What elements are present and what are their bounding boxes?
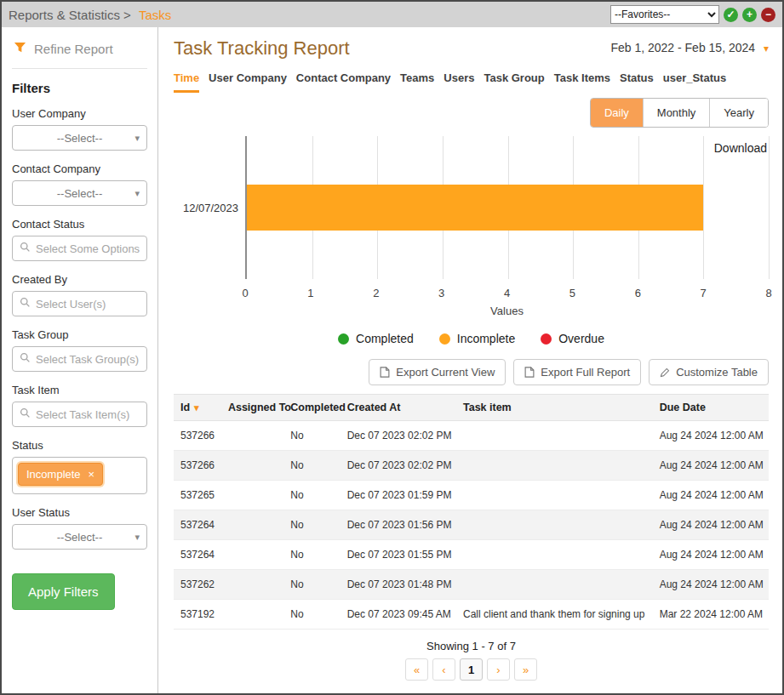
table-cell: Mar 22 2024 12:00 AM xyxy=(653,600,769,629)
column-header-id[interactable]: Id▾ xyxy=(174,395,221,421)
table-row[interactable]: 537265NoDec 07 2023 01:59 PMAug 24 2024 … xyxy=(174,481,769,510)
export-full-report-button[interactable]: Export Full Report xyxy=(513,359,641,385)
breadcrumb-root[interactable]: Reports & Statistics > xyxy=(9,8,131,22)
tasks-table: Id▾Assigned ToCompletedCreated AtTask it… xyxy=(174,394,769,629)
contact-company-select[interactable]: --Select--▾ xyxy=(12,180,147,206)
x-tick-label: 8 xyxy=(765,287,771,299)
table-cell: 537264 xyxy=(174,510,221,540)
table-row[interactable]: 537192NoDec 07 2023 09:45 AMCall client … xyxy=(174,600,769,629)
remove-tag-icon[interactable]: × xyxy=(89,469,95,480)
select-value: --Select-- xyxy=(57,187,102,200)
tab-user-company[interactable]: User Company xyxy=(209,71,287,93)
legend-item-completed[interactable]: Completed xyxy=(338,332,414,345)
user-status-select[interactable]: --Select--▾ xyxy=(12,524,147,550)
column-header-label: Task item xyxy=(463,402,512,413)
filter-fields: User Company--Select--▾Contact Company--… xyxy=(12,107,147,550)
table-cell: Dec 07 2023 01:56 PM xyxy=(340,510,456,540)
content-row: Refine Report Filters User Company--Sele… xyxy=(2,27,782,693)
yearly-button[interactable]: Yearly xyxy=(709,99,768,127)
chart-row: 12/07/2023 xyxy=(174,136,769,279)
legend-item-incomplete[interactable]: Incomplete xyxy=(439,332,515,345)
tab-status[interactable]: Status xyxy=(620,71,654,93)
table-row[interactable]: 537264NoDec 07 2023 01:55 PMAug 24 2024 … xyxy=(174,540,769,570)
legend-dot xyxy=(439,333,450,345)
column-header-task-item[interactable]: Task item xyxy=(456,395,653,421)
chart-bar-incomplete xyxy=(247,185,703,231)
table-row[interactable]: 537262NoDec 07 2023 01:48 PMAug 24 2024 … xyxy=(174,570,769,600)
table-cell: 537262 xyxy=(174,570,221,600)
download-link[interactable]: Download xyxy=(709,141,767,155)
search-icon xyxy=(20,352,31,366)
table-cell xyxy=(456,451,653,481)
tab-task-group[interactable]: Task Group xyxy=(484,71,544,93)
column-header-assigned-to[interactable]: Assigned To xyxy=(221,395,283,421)
add-favorite-icon[interactable]: + xyxy=(742,8,757,22)
pagination-buttons: «‹1›» xyxy=(174,658,769,681)
tab-teams[interactable]: Teams xyxy=(400,71,434,93)
confirm-favorite-icon[interactable]: ✓ xyxy=(724,8,738,22)
table-row[interactable]: 537266NoDec 07 2023 02:02 PMAug 24 2024 … xyxy=(174,451,769,481)
refine-report-toggle[interactable]: Refine Report xyxy=(12,32,147,69)
x-tick-label: 2 xyxy=(373,287,379,299)
table-cell: 537265 xyxy=(174,481,221,510)
date-range-picker[interactable]: Feb 1, 2022 - Feb 15, 2024 ▾ xyxy=(610,41,769,54)
column-header-due-date[interactable]: Due Date xyxy=(653,395,769,421)
task-group-search-input[interactable]: Select Task Group(s) xyxy=(12,346,147,372)
pagination-next[interactable]: › xyxy=(487,658,510,681)
status-tags-input[interactable]: Incomplete× xyxy=(12,457,147,494)
monthly-button[interactable]: Monthly xyxy=(643,99,710,127)
pagination-last[interactable]: » xyxy=(514,658,537,681)
pagination-prev[interactable]: ‹ xyxy=(432,658,455,681)
table-cell: 537266 xyxy=(174,421,221,451)
breadcrumb-current: Tasks xyxy=(139,8,171,22)
table-cell xyxy=(221,600,283,629)
chevron-down-icon: ▾ xyxy=(134,532,140,543)
table-cell: 537264 xyxy=(174,540,221,570)
filter-tag: Incomplete× xyxy=(18,463,103,486)
tab-users[interactable]: Users xyxy=(444,71,474,93)
table-cell: Aug 24 2024 12:00 AM xyxy=(653,421,769,451)
tab-task-items[interactable]: Task Items xyxy=(554,71,610,93)
filter-field-user-company: User Company--Select--▾ xyxy=(12,107,147,151)
pencil-icon xyxy=(660,367,670,378)
export-icon xyxy=(524,367,535,378)
period-toggle-row: DailyMonthlyYearly xyxy=(174,98,769,128)
chevron-down-icon: ▾ xyxy=(134,188,140,199)
tab-contact-company[interactable]: Contact Company xyxy=(296,71,391,93)
pagination-first[interactable]: « xyxy=(405,658,428,681)
export-current-view-button[interactable]: Export Current View xyxy=(369,359,506,385)
legend-item-overdue[interactable]: Overdue xyxy=(541,332,604,345)
column-header-created-at[interactable]: Created At xyxy=(340,395,456,421)
pagination-page-1[interactable]: 1 xyxy=(460,658,483,681)
table-row[interactable]: 537266NoDec 07 2023 02:02 PMAug 24 2024 … xyxy=(174,421,769,451)
tab-user-status[interactable]: user_Status xyxy=(663,71,726,93)
table-cell xyxy=(456,481,653,510)
task-item-search-input[interactable]: Select Task Item(s) xyxy=(12,402,147,427)
button-label: Export Full Report xyxy=(541,366,630,379)
apply-filters-button[interactable]: Apply Filters xyxy=(12,573,115,610)
favorites-select[interactable]: --Favorites-- xyxy=(610,5,719,24)
contact-status-search-input[interactable]: Select Some Options xyxy=(12,236,147,261)
table-cell xyxy=(456,540,653,570)
select-value: --Select-- xyxy=(57,132,102,145)
topbar-icons: ✓+− xyxy=(724,8,775,22)
remove-favorite-icon[interactable]: − xyxy=(761,8,775,22)
table-cell xyxy=(221,421,283,451)
filter-field-status: StatusIncomplete× xyxy=(12,439,147,494)
column-header-label: Id xyxy=(180,402,190,413)
column-header-completed[interactable]: Completed xyxy=(283,395,340,421)
table-cell xyxy=(456,570,653,600)
table-header-row: Id▾Assigned ToCompletedCreated AtTask it… xyxy=(174,395,769,421)
chart-xticks: 012345678 xyxy=(245,287,769,302)
table-row[interactable]: 537264NoDec 07 2023 01:56 PMAug 24 2024 … xyxy=(174,510,769,540)
daily-button[interactable]: Daily xyxy=(591,99,643,127)
x-tick-label: 3 xyxy=(438,287,444,299)
filter-field-user-status: User Status--Select--▾ xyxy=(12,506,147,550)
period-toggle: DailyMonthlyYearly xyxy=(590,98,769,128)
user-company-select[interactable]: --Select--▾ xyxy=(12,125,147,151)
table-cell: No xyxy=(283,481,340,510)
customize-table-button[interactable]: Customize Table xyxy=(649,359,769,385)
tab-time[interactable]: Time xyxy=(174,71,199,93)
table-cell xyxy=(221,481,283,510)
created-by-search-input[interactable]: Select User(s) xyxy=(12,291,147,316)
